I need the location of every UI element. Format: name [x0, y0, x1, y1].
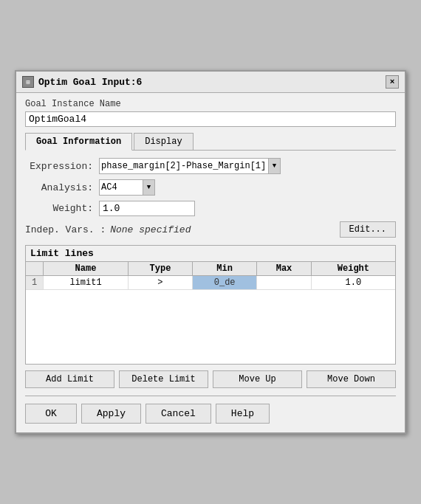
expression-select[interactable]: phase_margin[2]-Phase_Margin[1] — [99, 158, 269, 174]
help-button[interactable]: Help — [216, 404, 270, 424]
weight-input[interactable] — [99, 201, 195, 216]
ok-button[interactable]: OK — [25, 404, 77, 424]
col-type: Type — [128, 262, 192, 276]
row-min-1[interactable]: 0_de — [193, 276, 257, 290]
bottom-button-row: OK Apply Cancel Help — [25, 401, 396, 427]
limit-lines-title: Limit lines — [26, 246, 395, 262]
tab-goal-information[interactable]: Goal Information — [25, 133, 132, 151]
table-empty-rows — [26, 290, 395, 364]
row-num-1: 1 — [26, 276, 44, 290]
indep-vars-value: None specified — [110, 224, 191, 235]
col-name: Name — [44, 262, 129, 276]
cancel-button[interactable]: Cancel — [146, 404, 211, 424]
delete-limit-button[interactable]: Delete Limit — [119, 370, 208, 388]
goal-instance-label: Goal Instance Name — [25, 99, 396, 109]
analysis-row: Analysis: AC4 ▼ — [25, 179, 396, 196]
move-down-button[interactable]: Move Down — [307, 370, 396, 388]
action-button-row: Add Limit Delete Limit Move Up Move Down — [25, 370, 396, 388]
analysis-label: Analysis: — [25, 182, 99, 193]
weight-label: Weight: — [25, 203, 99, 214]
col-weight: Weight — [311, 262, 395, 276]
expression-dropdown-arrow[interactable]: ▼ — [269, 158, 281, 174]
title-bar-left: ⊞ Optim Goal Input:6 — [22, 76, 142, 88]
tab-display[interactable]: Display — [134, 133, 193, 150]
row-type-1[interactable]: > — [128, 276, 192, 290]
indep-vars-label: Indep. Vars. : — [25, 224, 106, 235]
edit-button[interactable]: Edit... — [340, 221, 396, 238]
table-header-row: Name Type Min Max Weight — [26, 262, 395, 276]
title-bar: ⊞ Optim Goal Input:6 × — [16, 72, 405, 93]
limit-lines-section: Limit lines Name Type Min Max Weight 1 — [25, 245, 396, 365]
limit-lines-table: Name Type Min Max Weight 1 limit1 > 0_de — [26, 262, 395, 364]
apply-button[interactable]: Apply — [81, 404, 141, 424]
row-weight-1[interactable]: 1.0 — [311, 276, 395, 290]
analysis-select[interactable]: AC4 — [99, 179, 143, 196]
row-name-1[interactable]: limit1 — [44, 276, 129, 290]
weight-row: Weight: — [25, 201, 396, 216]
add-limit-button[interactable]: Add Limit — [25, 370, 114, 388]
window-body: Goal Instance Name Goal Information Disp… — [16, 93, 405, 432]
table-row: 1 limit1 > 0_de 1.0 — [26, 276, 395, 290]
expression-select-wrapper: phase_margin[2]-Phase_Margin[1] ▼ — [99, 158, 281, 174]
indep-vars-row: Indep. Vars. : None specified Edit... — [25, 221, 396, 238]
goal-instance-input[interactable] — [25, 111, 396, 127]
move-up-button[interactable]: Move Up — [213, 370, 302, 388]
window-title: Optim Goal Input:6 — [38, 77, 142, 88]
analysis-dropdown-arrow[interactable]: ▼ — [143, 179, 155, 196]
indep-vars-left: Indep. Vars. : None specified — [25, 224, 191, 235]
expression-row: Expression: phase_margin[2]-Phase_Margin… — [25, 158, 396, 174]
col-rownum — [26, 262, 44, 276]
col-min: Min — [193, 262, 257, 276]
divider — [25, 396, 396, 396]
close-button[interactable]: × — [386, 75, 399, 89]
analysis-select-wrapper: AC4 ▼ — [99, 179, 155, 196]
row-max-1[interactable] — [257, 276, 312, 290]
expression-label: Expression: — [25, 161, 99, 172]
main-window: ⊞ Optim Goal Input:6 × Goal Instance Nam… — [15, 70, 406, 434]
tab-bar: Goal Information Display — [25, 133, 396, 151]
col-max: Max — [257, 262, 312, 276]
window-icon: ⊞ — [22, 76, 34, 88]
